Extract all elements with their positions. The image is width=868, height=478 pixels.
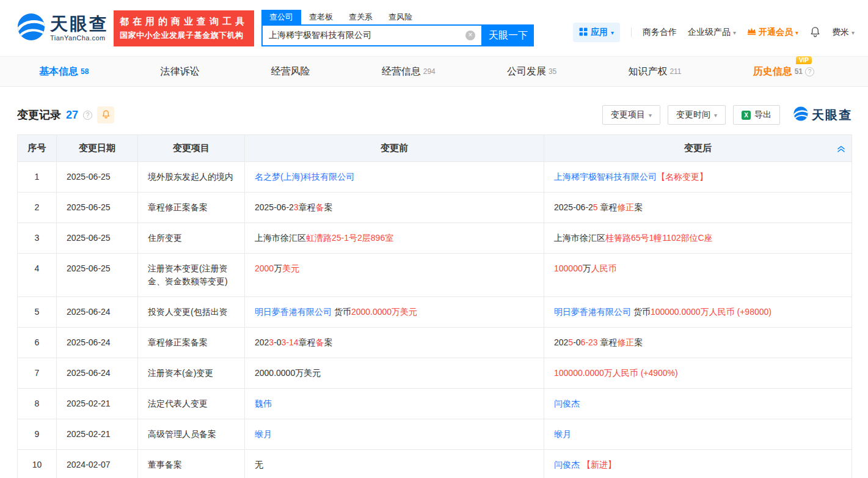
table-row: 52025-06-24投资人变更(包括出资明日夢香港有限公司 货币2000.00… [18, 297, 852, 328]
slogan-line2: 国家中小企业发展子基金旗下机构 [120, 30, 248, 41]
tab-label: 基本信息 [39, 65, 78, 78]
entity-link[interactable]: 闫俊杰 [554, 460, 580, 469]
diff-text: 2000.0000万美元 [351, 307, 417, 317]
top-header: 天眼查 TianYanCha.com 都在用的商业查询工具 国家中小企业发展子基… [0, 0, 868, 56]
open-vip-label: 开通会员 [759, 27, 793, 38]
tab-history-info[interactable]: VIP 历史信息 51 ? [753, 65, 814, 78]
bell-icon [101, 109, 111, 121]
cell-no: 6 [18, 328, 57, 358]
search-tab-boss[interactable]: 查老板 [301, 10, 341, 24]
filter-label: 变更项目 [611, 109, 645, 120]
diff-text: 修正 [618, 202, 635, 212]
menu-open-vip[interactable]: 开通会员 ▾ [747, 27, 798, 38]
cell-no: 3 [18, 223, 57, 254]
filter-change-time[interactable]: 变更时间 ▾ [668, 105, 726, 125]
clear-search-icon[interactable]: × [465, 31, 475, 40]
help-icon[interactable]: ? [805, 67, 814, 76]
cell-before: 2023-03-14章程备案 [245, 328, 544, 358]
entity-link[interactable]: 名之梦(上海)科技有限公司 [255, 172, 354, 182]
cell-no: 9 [18, 419, 57, 450]
diff-text: -0 [274, 337, 281, 347]
entity-link[interactable]: 明日夢香港有限公司 [255, 307, 332, 317]
cell-date: 2025-06-25 [57, 223, 138, 254]
search-tabs: 查公司 查老板 查关系 查风险 [261, 10, 534, 24]
diff-text: 100000.0000万人民币 (+4900%) [554, 368, 678, 378]
cell-item: 法定代表人变更 [138, 389, 245, 419]
subscribe-button[interactable] [97, 106, 114, 123]
search-box: × [261, 24, 483, 46]
user-menu[interactable]: 费米 ▾ [832, 27, 855, 38]
crown-icon [747, 28, 756, 37]
cell-before: 名之梦(上海)科技有限公司 [245, 162, 544, 193]
company-nav-tabs: 基本信息 58 法律诉讼 经营风险 经营信息 294 公司发展 35 知识产权 … [0, 56, 868, 87]
entity-link[interactable]: 明日夢香港有限公司 [554, 307, 631, 317]
change-table-body: 12025-06-25境外股东发起人的境内名之梦(上海)科技有限公司上海稀宇极智… [18, 162, 852, 478]
diff-text: 2025-06-2 [554, 202, 593, 212]
entity-link[interactable]: 魏伟 [255, 399, 272, 408]
change-records-table: 序号 变更日期 变更项目 变更前 变更后 12025-06-25境外股东发起人的… [17, 134, 852, 478]
apps-menu[interactable]: 应用 ▾ [573, 23, 620, 42]
tab-operating-info[interactable]: 经营信息 294 [382, 65, 436, 78]
cell-item: 住所变更 [138, 223, 245, 254]
diff-text: 章程 [598, 202, 618, 212]
tab-label: 法律诉讼 [160, 65, 199, 78]
tab-intellectual-property[interactable]: 知识产权 211 [628, 65, 681, 78]
chevron-down-icon: ▾ [733, 29, 736, 36]
search-tab-risk[interactable]: 查风险 [381, 10, 420, 24]
table-row: 82025-02-21法定代表人变更魏伟闫俊杰 [18, 389, 852, 419]
menu-enterprise-products[interactable]: 企业级产品 ▾ [688, 27, 736, 38]
entity-link[interactable]: 缑月 [554, 429, 571, 439]
tab-legal-proceedings[interactable]: 法律诉讼 [160, 65, 199, 78]
notifications-button[interactable] [809, 26, 821, 39]
table-row: 12025-06-25境外股东发起人的境内名之梦(上海)科技有限公司上海稀宇极智… [18, 162, 852, 193]
diff-text: 上海市徐汇区 [554, 233, 605, 243]
cell-no: 4 [18, 254, 57, 297]
table-row: 92025-02-21高级管理人员备案缑月缑月 [18, 419, 852, 450]
cell-before: 明日夢香港有限公司 货币2000.0000万美元 [245, 297, 544, 328]
cell-date: 2025-06-24 [57, 297, 138, 328]
search-tab-relation[interactable]: 查关系 [341, 10, 381, 24]
tab-company-development[interactable]: 公司发展 35 [507, 65, 556, 78]
table-row: 72025-06-24注册资本(金)变更2000.0000万美元100000.0… [18, 358, 852, 389]
search-tab-company[interactable]: 查公司 [261, 10, 301, 24]
entity-link[interactable]: 闫俊杰 [554, 399, 580, 408]
table-row: 62025-06-24章程修正案备案2023-03-14章程备案2025-06-… [18, 328, 852, 358]
section-count: 27 [66, 109, 78, 122]
export-label: 导出 [754, 109, 771, 120]
table-row: 42025-06-25注册资本变更(注册资金、资金数额等变更)2000万美元10… [18, 254, 852, 297]
tianyancha-logo-icon [793, 106, 808, 123]
col-header-item: 变更项目 [138, 135, 245, 162]
cell-date: 2025-06-25 [57, 254, 138, 297]
diff-text: 3 [269, 337, 274, 347]
cell-no: 1 [18, 162, 57, 193]
export-button[interactable]: X 导出 [733, 105, 780, 125]
diff-text: 备 [316, 337, 324, 347]
diff-text: 6-23 [581, 337, 598, 347]
cell-after: 闫俊杰 [544, 389, 852, 419]
bell-icon [809, 26, 821, 39]
search-button[interactable]: 天眼一下 [483, 24, 534, 46]
table-row: 22025-06-25章程修正案备案2025-06-23章程备案2025-06-… [18, 193, 852, 223]
diff-text: -0 [573, 337, 580, 347]
tab-operating-risk[interactable]: 经营风险 [271, 65, 310, 78]
diff-text: 货币 [332, 307, 351, 317]
apps-menu-label: 应用 [591, 27, 608, 38]
collapse-icon[interactable] [837, 144, 845, 153]
cell-item: 高级管理人员备案 [138, 419, 245, 450]
header-right-menu: 应用 ▾ 商务合作 企业级产品 ▾ 开通会员 ▾ 费米 ▾ [573, 23, 855, 42]
diff-text: 上海市徐汇区 [255, 233, 306, 243]
tab-basic-info[interactable]: 基本信息 58 [39, 65, 89, 78]
site-logo[interactable]: 天眼查 TianYanCha.com [17, 13, 109, 43]
cell-date: 2025-06-24 [57, 328, 138, 358]
entity-link[interactable]: 缑月 [255, 429, 272, 439]
entity-link[interactable]: 上海稀宇极智科技有限公司 [554, 172, 657, 182]
filter-change-project[interactable]: 变更项目 ▾ [602, 105, 660, 125]
cell-no: 8 [18, 389, 57, 419]
menu-business-cooperation[interactable]: 商务合作 [643, 27, 677, 38]
filter-label: 变更时间 [676, 109, 710, 120]
cell-before: 无 [245, 450, 544, 478]
tab-count: 35 [549, 67, 556, 76]
search-input[interactable] [269, 31, 465, 40]
help-icon[interactable]: ? [83, 111, 92, 120]
diff-text: 案 [324, 337, 333, 347]
